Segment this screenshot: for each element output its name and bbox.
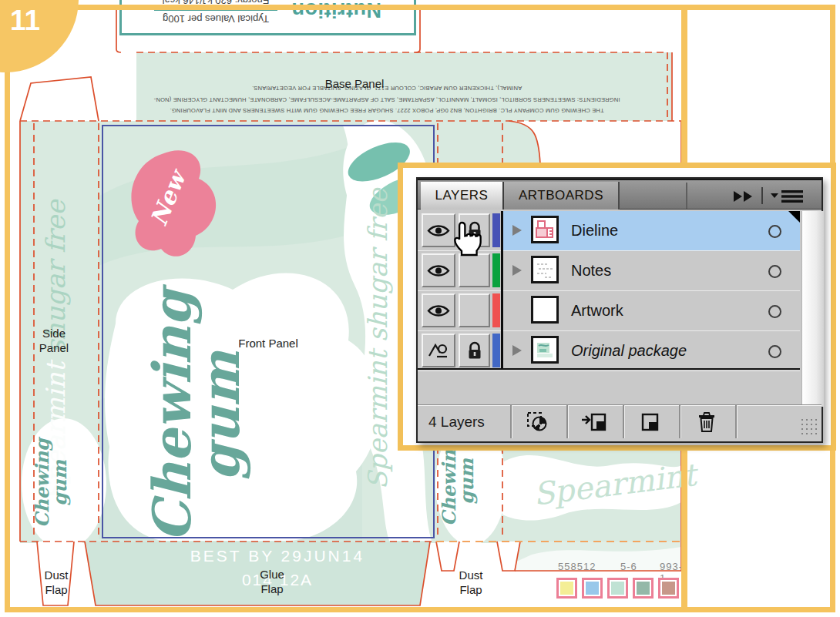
eye-icon	[427, 303, 450, 318]
layer-color-bar	[492, 293, 500, 327]
layer-name[interactable]: Dieline	[571, 211, 618, 250]
clipping-mask-icon	[526, 411, 549, 433]
visibility-toggle[interactable]	[422, 293, 455, 327]
eye-icon	[427, 263, 450, 278]
layer-row-body[interactable]: Notes	[503, 251, 800, 290]
make-clipping-mask-button[interactable]	[515, 409, 561, 434]
step-number: 11	[10, 5, 40, 37]
expand-triangle-icon[interactable]	[512, 265, 522, 276]
expand-triangle-icon[interactable]	[512, 345, 522, 356]
dieline-thumb-art	[534, 219, 556, 240]
hand-cursor	[452, 221, 484, 257]
lock-toggle[interactable]	[459, 334, 490, 367]
list-end-line	[418, 368, 800, 370]
color-swatch	[582, 578, 603, 599]
expand-triangle-icon[interactable]	[512, 225, 522, 236]
new-layer-icon	[640, 412, 661, 432]
nutrition-panel: Nutrition Typical Values per 100g Energy…	[119, 0, 416, 35]
front-panel-label: Front Panel	[222, 337, 314, 351]
delete-layer-button[interactable]	[684, 409, 730, 434]
layer-name[interactable]: Original package	[571, 331, 687, 370]
layer-row-body[interactable]: Artwork	[503, 291, 800, 330]
dust-flap-label-right: Dust Flap	[450, 568, 492, 598]
eye-icon	[427, 223, 450, 238]
target-circle[interactable]	[768, 345, 781, 358]
collapse-panel-icon[interactable]	[732, 190, 757, 203]
selection-corner	[788, 211, 800, 223]
print-swatch-strip: 558512 5-6 993-1	[547, 561, 684, 607]
bar-separator	[735, 405, 737, 438]
swatch-number: 5-6	[620, 561, 637, 572]
color-swatch	[633, 578, 654, 599]
layer-thumbnail-artwork[interactable]	[531, 296, 559, 324]
panel-scrollbar[interactable]	[801, 211, 824, 407]
panel-bottom-bar: 4 Layers	[418, 404, 822, 438]
new-sublayer-button[interactable]	[571, 409, 617, 434]
panel-title-bar: LAYERS ARTBOARDS	[418, 179, 822, 210]
layer-color-bar	[492, 213, 500, 247]
color-swatch	[556, 578, 577, 599]
tab-artboards[interactable]: ARTBOARDS	[504, 182, 620, 210]
bar-separator	[623, 405, 624, 438]
bar-separator	[510, 405, 512, 438]
product-word-2: gum	[190, 351, 251, 481]
layer-thumbnail-package[interactable]	[531, 336, 559, 364]
nutrition-title: Nutrition	[291, 0, 381, 22]
swatch-number: 558512	[558, 561, 596, 572]
layer-thumbnail-dieline[interactable]	[531, 216, 559, 243]
nutrition-subtitle: Typical Values per 100g	[163, 13, 269, 25]
layer-row-dieline[interactable]: Dieline	[418, 211, 800, 251]
target-circle[interactable]	[768, 265, 781, 278]
target-circle[interactable]	[768, 225, 781, 238]
lock-toggle[interactable]	[459, 293, 490, 327]
tab-layers[interactable]: LAYERS	[421, 182, 504, 210]
lock-toggle[interactable]	[459, 253, 490, 287]
layer-list: Dieline	[418, 211, 800, 371]
product-script-side-left: Chewing gum	[34, 425, 96, 541]
titlebar-separator	[686, 183, 687, 209]
best-by-text: BEST BY 29JUN14	[170, 547, 385, 565]
layer-row-artwork[interactable]: Artwork	[418, 291, 800, 331]
panel-resize-grip[interactable]	[800, 417, 818, 436]
visibility-toggle[interactable]	[422, 253, 455, 287]
new-layer-button[interactable]	[627, 409, 674, 434]
side-panel-label: Side Panel	[31, 327, 77, 356]
target-circle[interactable]	[768, 305, 781, 318]
color-swatch	[658, 578, 679, 599]
color-swatch	[607, 578, 628, 599]
figure-page: { "figure": { "number": "11" }, "colors"…	[0, 0, 840, 617]
base-panel-label: Base Panel	[304, 77, 405, 92]
package-thumb-art	[534, 339, 556, 360]
panel-menu-icon[interactable]	[771, 189, 805, 203]
new-sublayer-icon	[581, 412, 607, 432]
template-visibility-toggle[interactable]	[422, 334, 455, 367]
product-script-front: Chewing gum	[148, 289, 294, 543]
lock-icon	[467, 340, 482, 360]
bar-separator	[679, 405, 680, 438]
trash-icon	[697, 411, 716, 432]
layer-row-body[interactable]: Original package	[503, 331, 800, 371]
layer-thumbnail-notes[interactable]	[531, 256, 559, 283]
nutrition-energy: Energy: 620 kJ/146 kcal	[163, 0, 270, 6]
layer-name[interactable]: Artwork	[571, 291, 623, 330]
layer-color-bar	[492, 253, 500, 287]
visibility-toggle[interactable]	[422, 213, 455, 247]
bar-separator	[566, 405, 568, 438]
controls-divider	[501, 211, 503, 368]
layer-name[interactable]: Notes	[571, 251, 611, 290]
layer-count-status: 4 Layers	[428, 405, 485, 438]
layer-row-notes[interactable]: Notes	[418, 251, 800, 291]
flavor-script-ribbon: Spearmint shugar free	[362, 108, 393, 570]
glue-flap-label: Glue Flap	[248, 568, 296, 597]
dust-flap-label-left: Dust Flap	[35, 568, 77, 598]
nutrition-rule	[154, 8, 277, 11]
icon-separator	[761, 187, 763, 204]
layer-row-original-package[interactable]: Original package	[418, 331, 800, 371]
layers-panel-inset: LAYERS ARTBOARDS	[398, 163, 836, 451]
layers-panel[interactable]: LAYERS ARTBOARDS	[416, 177, 823, 443]
template-layer-icon	[428, 342, 449, 359]
notes-thumb-art	[534, 259, 556, 280]
layer-color-bar	[492, 334, 500, 367]
layer-row-body[interactable]: Dieline	[503, 211, 800, 250]
